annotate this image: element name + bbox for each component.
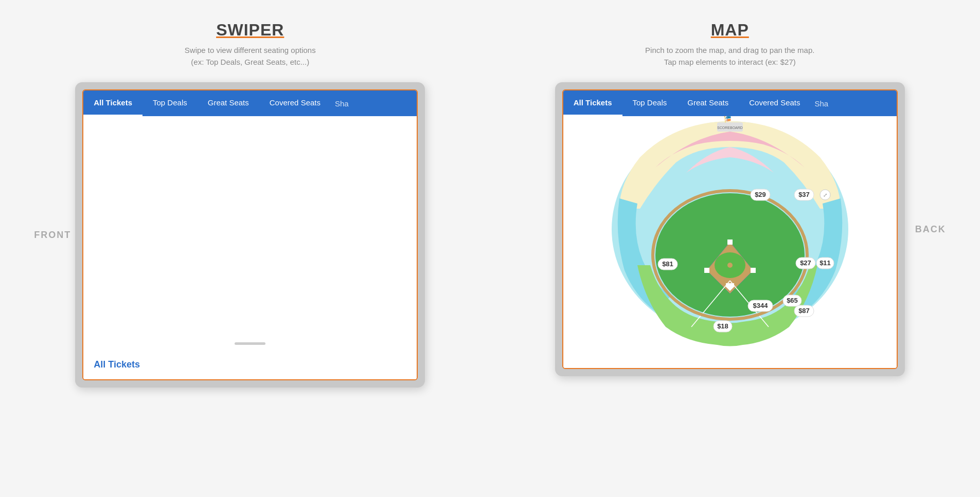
svg-rect-2 (727, 240, 733, 245)
swiper-tab-great-seats[interactable]: Great Seats (198, 90, 259, 116)
swiper-title: SWIPER (216, 21, 284, 40)
price-18[interactable]: $18 (717, 322, 728, 330)
svg-text:⤢: ⤢ (823, 192, 827, 198)
svg-point-6 (727, 263, 733, 268)
back-label: BACK (915, 224, 946, 235)
map-device-frame: All Tickets Top Deals Great Seats Covere… (555, 82, 905, 376)
swiper-tab-all-tickets[interactable]: All Tickets (83, 90, 142, 116)
svg-rect-4 (704, 268, 709, 273)
price-81[interactable]: $81 (662, 260, 673, 268)
swiper-device-frame: All Tickets Top Deals Great Seats Covere… (75, 82, 425, 388)
svg-rect-3 (751, 268, 756, 273)
flags: 🎏 (723, 115, 731, 123)
swiper-scroll-indicator (235, 342, 265, 345)
map-description: Pinch to zoom the map, and drag to pan t… (645, 45, 814, 68)
price-11[interactable]: $11 (819, 259, 831, 267)
swiper-screen: All Tickets Top Deals Great Seats Covere… (82, 89, 418, 380)
map-title: MAP (711, 21, 749, 40)
price-87[interactable]: $87 (798, 307, 810, 315)
swiper-tabs-bar: All Tickets Top Deals Great Seats Covere… (83, 90, 417, 116)
swiper-bottom-label[interactable]: All Tickets (83, 352, 417, 379)
scoreboard-text: SCOREBOARD (717, 126, 743, 130)
swiper-tab-sha-partial: Sha (331, 90, 353, 116)
front-label: FRONT (34, 230, 71, 241)
price-344[interactable]: $344 (753, 302, 768, 309)
swiper-tab-covered-seats[interactable]: Covered Seats (259, 90, 331, 116)
map-screen: All Tickets Top Deals Great Seats Covere… (562, 89, 898, 369)
price-27[interactable]: $27 (800, 259, 811, 267)
price-29[interactable]: $29 (755, 191, 766, 198)
swiper-content (83, 116, 417, 342)
price-37[interactable]: $37 (798, 191, 810, 198)
stadium-svg[interactable]: SCOREBOARD 🎏 (604, 106, 856, 347)
swiper-description: Swipe to view different seating options(… (185, 45, 316, 68)
price-65[interactable]: $65 (787, 297, 798, 304)
swiper-tab-top-deals[interactable]: Top Deals (142, 90, 198, 116)
map-content[interactable]: SCOREBOARD 🎏 (563, 116, 897, 368)
stadium-map[interactable]: SCOREBOARD 🎏 (563, 116, 897, 337)
